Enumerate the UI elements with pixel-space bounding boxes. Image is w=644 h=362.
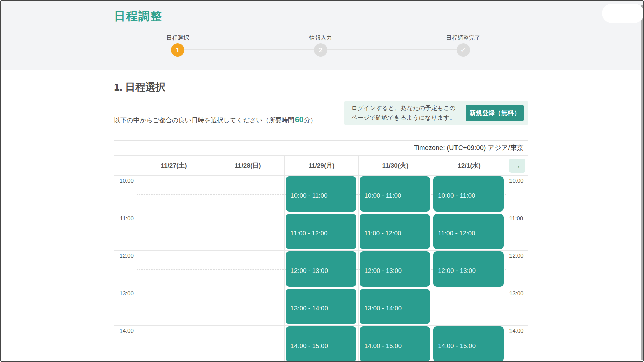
slot-cell: 13:00 - 14:00: [358, 288, 432, 325]
time-slot-button[interactable]: 14:00 - 15:00: [433, 326, 504, 362]
time-slot-button[interactable]: 12:00 - 13:00: [433, 251, 504, 287]
time-label-right: 10:00: [506, 175, 528, 213]
empty-slot-cell: [211, 325, 284, 362]
day-header-wed: 12/1(水): [432, 155, 506, 175]
duration-value: 60: [294, 115, 304, 124]
empty-slot-cell: [137, 325, 211, 362]
day-header-mon: 11/29(月): [284, 155, 358, 175]
step-3-label: 日程調整完了: [446, 34, 480, 42]
slot-cell: 12:00 - 13:00: [284, 250, 358, 288]
time-label-right: 12:00: [506, 250, 528, 288]
step-3-circle: ✓: [457, 43, 470, 57]
decorative-highlight-pill: [602, 4, 644, 23]
login-callout: ログインすると、あなたの予定もこの ページで確認できるようになります。 新規登録…: [344, 101, 528, 125]
step-1-label: 日程選択: [166, 34, 189, 42]
time-slot-button[interactable]: 13:00 - 14:00: [360, 289, 430, 324]
slot-cell: 12:00 - 13:00: [358, 250, 432, 288]
time-slot-button[interactable]: 14:00 - 15:00: [286, 326, 356, 362]
instruction-text: 以下の中からご都合の良い日時を選択してください（所要時間60分）: [114, 115, 316, 125]
time-label-left: 10:00: [114, 175, 137, 213]
slot-cell: 10:00 - 11:00: [432, 175, 506, 213]
login-text-line2: ページで確認できるようになります。: [351, 113, 456, 123]
time-label-left: 13:00: [114, 288, 137, 325]
time-slot-button[interactable]: 10:00 - 11:00: [360, 176, 430, 212]
step-2-circle: 2: [314, 43, 327, 57]
next-week-button[interactable]: →: [509, 159, 525, 173]
empty-slot-cell: [137, 213, 211, 250]
signup-button[interactable]: 新規登録（無料）: [466, 105, 524, 121]
day-header-sat: 11/27(土): [137, 155, 211, 175]
time-label-right: 14:00: [506, 325, 528, 362]
day-header-sun: 11/28(日): [211, 155, 284, 175]
login-text-line1: ログインすると、あなたの予定もこの: [351, 103, 456, 113]
step-2-info-input: 情報入力 2: [280, 34, 361, 57]
slot-cell: 14:00 - 15:00: [284, 325, 358, 362]
time-label-left: 12:00: [114, 250, 137, 288]
slot-cell: 11:00 - 12:00: [358, 213, 432, 250]
slot-cell: 14:00 - 15:00: [432, 325, 506, 362]
time-slot-button[interactable]: 10:00 - 11:00: [433, 176, 504, 212]
step-2-label: 情報入力: [309, 34, 332, 42]
arrow-right-icon: →: [513, 162, 521, 170]
time-slot-button[interactable]: 12:00 - 13:00: [360, 251, 430, 287]
time-slot-button[interactable]: 10:00 - 11:00: [286, 176, 356, 212]
empty-slot-cell: [137, 175, 211, 213]
instruction-post: 分）: [304, 117, 316, 124]
next-week-cell: →: [506, 155, 528, 175]
scrollbar[interactable]: [641, 5, 643, 360]
time-slot-button[interactable]: 11:00 - 12:00: [286, 214, 356, 249]
step-1-schedule-select: 日程選択 1: [138, 34, 218, 57]
instruction-pre: 以下の中からご都合の良い日時を選択してください（所要時間: [114, 117, 294, 124]
slot-cell: 11:00 - 12:00: [284, 213, 358, 250]
time-label-right: 11:00: [506, 213, 528, 250]
slot-cell: 13:00 - 14:00: [284, 288, 358, 325]
slot-cell: 10:00 - 11:00: [358, 175, 432, 213]
slot-cell: 14:00 - 15:00: [358, 325, 432, 362]
calendar-corner-cell: [114, 155, 137, 175]
slot-cell: 10:00 - 11:00: [284, 175, 358, 213]
slot-cell: 11:00 - 12:00: [432, 213, 506, 250]
timezone-label: Timezone: (UTC+09:00) アジア/東京: [114, 141, 528, 155]
empty-slot-cell: [211, 175, 284, 213]
time-label-left: 14:00: [114, 325, 137, 362]
login-callout-text: ログインすると、あなたの予定もこの ページで確認できるようになります。: [351, 103, 456, 123]
time-label-right: 13:00: [506, 288, 528, 325]
day-header-tue: 11/30(火): [358, 155, 432, 175]
time-slot-button[interactable]: 12:00 - 13:00: [286, 251, 356, 287]
time-slot-button[interactable]: 14:00 - 15:00: [360, 326, 430, 362]
check-icon: ✓: [460, 46, 466, 54]
section-heading: 1. 日程選択: [114, 80, 165, 94]
empty-slot-cell: [211, 250, 284, 288]
stepper: 日程選択 1 情報入力 2 日程調整完了 ✓: [0, 0, 644, 70]
empty-slot-cell: [211, 288, 284, 325]
empty-slot-cell: [432, 288, 506, 325]
empty-slot-cell: [211, 213, 284, 250]
time-slot-button[interactable]: 11:00 - 12:00: [360, 214, 430, 249]
time-slot-button[interactable]: 11:00 - 12:00: [433, 214, 504, 249]
step-3-complete: 日程調整完了 ✓: [423, 34, 503, 57]
page-header: 日程調整 日程選択 1 情報入力 2 日程調整完了 ✓: [0, 0, 644, 70]
empty-slot-cell: [137, 288, 211, 325]
slot-cell: 12:00 - 13:00: [432, 250, 506, 288]
time-slot-button[interactable]: 13:00 - 14:00: [286, 289, 356, 324]
empty-slot-cell: [137, 250, 211, 288]
time-label-left: 11:00: [114, 213, 137, 250]
step-1-circle: 1: [171, 43, 184, 57]
calendar-table: Timezone: (UTC+09:00) アジア/東京 11/27(土) 11…: [114, 140, 528, 362]
